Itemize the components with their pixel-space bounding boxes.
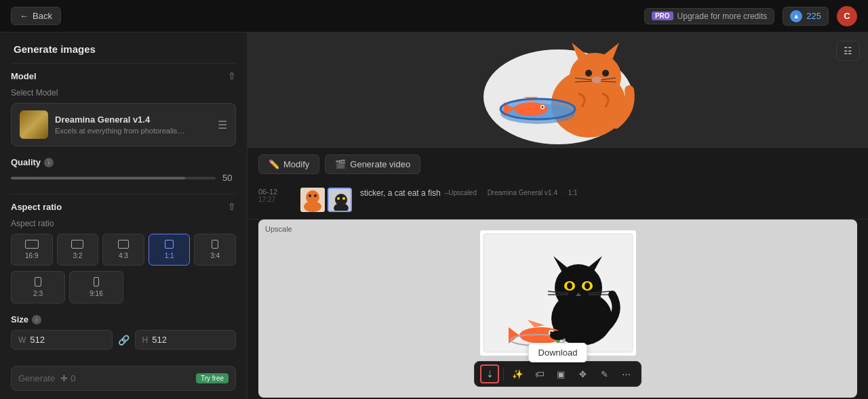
svg-point-5 [585,70,592,77]
tag-toolbar-button[interactable]: 🏷 [530,364,549,383]
aspect-btn-1-1[interactable]: 1:1 [149,234,191,266]
size-section: Size i W 512 🔗 H 512 [0,314,247,360]
aspect-label-9-16: 9:16 [90,290,102,297]
crop-toolbar-button[interactable]: ▣ [551,364,570,383]
top-action-bar: ✏️ Modify 🎬 Generate video [248,148,868,181]
svg-point-33 [555,264,602,312]
generate-video-label-top: Generate video [350,159,410,169]
aspect-btn-9-16[interactable]: 9:16 [69,271,123,303]
aspect-label-4-3: 4:3 [119,252,128,259]
aspect-icon-4-3 [118,240,129,249]
aspect-section-header[interactable]: Aspect ratio ⇧ [11,194,236,219]
credits-icon: ▲ [790,10,802,22]
avatar[interactable]: C [837,6,857,26]
aspect-label-3-2: 3:2 [73,252,82,259]
select-model-label: Select Model [11,88,236,98]
svg-point-28 [337,197,340,200]
aspect-ratio-sublabel: Aspect ratio [11,219,236,228]
pro-upgrade-badge[interactable]: PRO Upgrade for more credits [644,8,774,24]
history-thumbnails [300,188,352,212]
credits-badge[interactable]: ▲ 225 [783,7,829,26]
model-card[interactable]: Dreamina General v1.4 Excels at everythi… [11,103,236,146]
download-toolbar-button[interactable]: ⇣ [480,364,499,383]
svg-point-22 [304,201,321,212]
aspect-btn-3-4[interactable]: 3:4 [194,234,236,266]
credits-plus-icon: ✚ [60,373,68,383]
svg-point-7 [591,77,602,83]
right-panel: ☷ ✏️ Modify 🎬 Generate video 06-12 17:27 [248,33,868,399]
thumb-svg-1 [300,188,325,212]
aspect-btn-16-9[interactable]: 16:9 [11,234,53,266]
size-info-icon[interactable]: i [32,315,41,324]
generate-label: Generate [18,373,55,383]
size-header: Size i [11,314,236,324]
back-label: Back [33,11,52,21]
model-section-header[interactable]: Model ⇧ [11,63,236,88]
resize-icon: ✥ [579,369,587,379]
aspect-label-16-9: 16:9 [25,252,38,259]
history-date-block: 06-12 17:27 [258,188,292,203]
magic-wand-icon: ✨ [512,369,524,379]
pencil-icon: ✎ [601,369,608,379]
history-thumb-1[interactable] [300,188,325,212]
aspect-icon-1-1 [165,240,174,249]
aspect-ratio-section: Aspect ratio ⇧ Aspect ratio 16:9 3:2 [0,194,247,314]
aspect-btn-4-3[interactable]: 4:3 [102,234,144,266]
width-label: W [18,335,26,345]
model-chevron-icon: ⇧ [228,70,236,81]
aspect-btn-2-3[interactable]: 2:3 [11,271,65,303]
aspect-icon-16-9 [25,240,39,249]
aspect-label-3-4: 3:4 [210,252,220,259]
aspect-section-title: Aspect ratio [11,202,62,212]
quality-slider[interactable] [11,177,216,180]
aspect-btn-3-2[interactable]: 3:2 [57,234,99,266]
generate-video-button-top[interactable]: 🎬 Generate video [325,154,420,174]
modify-label-top: Modify [283,159,309,169]
credits-value: 225 [806,11,821,21]
quality-info-icon[interactable]: i [44,158,54,167]
modify-button-top[interactable]: ✏️ Modify [258,154,319,174]
generate-credits: ✚ 0 [60,373,75,383]
back-button[interactable]: ← Back [11,7,61,25]
size-inputs: W 512 🔗 H 512 [11,330,236,350]
width-value: 512 [30,335,45,345]
generate-button[interactable]: Generate ✚ 0 Try free [11,366,236,391]
magic-toolbar-button[interactable]: ✨ [508,364,527,383]
svg-point-6 [602,70,609,77]
aspect-ratio-grid: 16:9 3:2 4:3 1:1 [11,234,236,266]
link-icon: 🔗 [118,335,130,345]
generation-area: Upscale [248,219,868,399]
more-toolbar-button[interactable]: ⋯ [616,364,635,383]
history-upscaled-tag: –Upscaled [445,189,477,196]
history-time: 17:27 [258,196,292,203]
model-name: Dreamina General v1.4 [55,114,211,125]
height-label: H [142,335,149,345]
quality-header: Quality i [11,157,236,167]
quality-slider-fill [11,177,185,180]
folder-button[interactable]: ☷ [836,41,860,61]
model-section-title: Model [11,71,37,81]
download-icon: ⇣ [486,369,494,379]
history-thumb-2[interactable] [328,188,352,212]
aspect-chevron-icon: ⇧ [228,201,236,212]
history-item: 06-12 17:27 [248,181,868,219]
model-thumb-image [20,110,48,139]
history-ratio-tag: 1:1 [568,189,578,196]
main-image-box [480,230,636,356]
history-date: 06-12 [258,188,292,196]
top-image-area: ☷ [248,33,868,148]
aspect-label-2-3: 2:3 [33,290,43,297]
image-toolbar: ⇣ ✨ 🏷 ▣ ✥ ✎ [474,361,642,387]
resize-toolbar-button[interactable]: ✥ [573,364,592,383]
pro-label: Upgrade for more credits [677,12,768,21]
history-divider-2: · [561,188,564,198]
panel-title: Generate images [0,33,247,63]
modify-icon-top: ✏️ [269,159,279,169]
pencil-toolbar-button[interactable]: ✎ [595,364,614,383]
image-display: Upscale [258,219,857,398]
credits-count: 0 [71,373,75,383]
tag-icon: 🏷 [535,369,544,379]
topbar: ← Back PRO Upgrade for more credits ▲ 22… [0,0,868,33]
model-settings-icon[interactable]: ☰ [218,119,227,131]
upscale-badge: Upscale [265,225,292,233]
